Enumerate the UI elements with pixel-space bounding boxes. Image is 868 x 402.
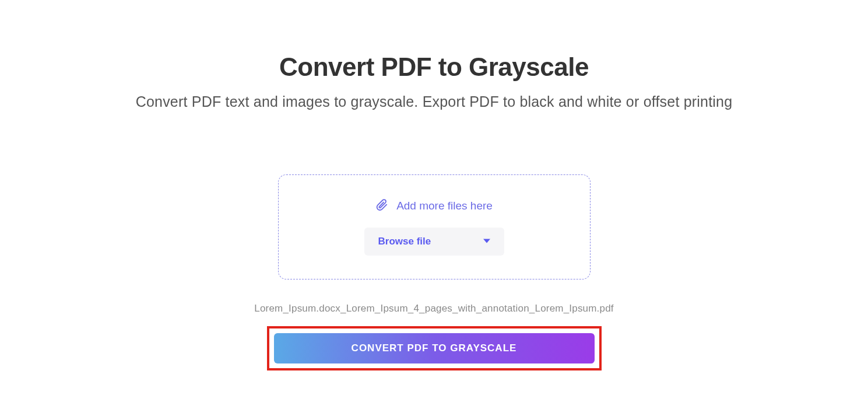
page-subtitle: Convert PDF text and images to grayscale… [136,93,733,110]
file-dropzone[interactable]: Add more files here Browse file [278,174,591,279]
chevron-down-icon [483,237,490,246]
add-more-files-label: Add more files here [396,200,493,212]
browse-file-button[interactable]: Browse file [364,228,504,256]
convert-button[interactable]: CONVERT PDF TO GRAYSCALE [274,333,595,363]
add-more-files-row[interactable]: Add more files here [375,198,493,214]
highlight-annotation: CONVERT PDF TO GRAYSCALE [267,326,602,370]
uploaded-filename: Lorem_Ipsum.docx_Lorem_Ipsum_4_pages_wit… [254,303,614,314]
paperclip-icon [375,198,388,214]
browse-file-label: Browse file [378,236,431,247]
page-title: Convert PDF to Grayscale [279,53,589,82]
